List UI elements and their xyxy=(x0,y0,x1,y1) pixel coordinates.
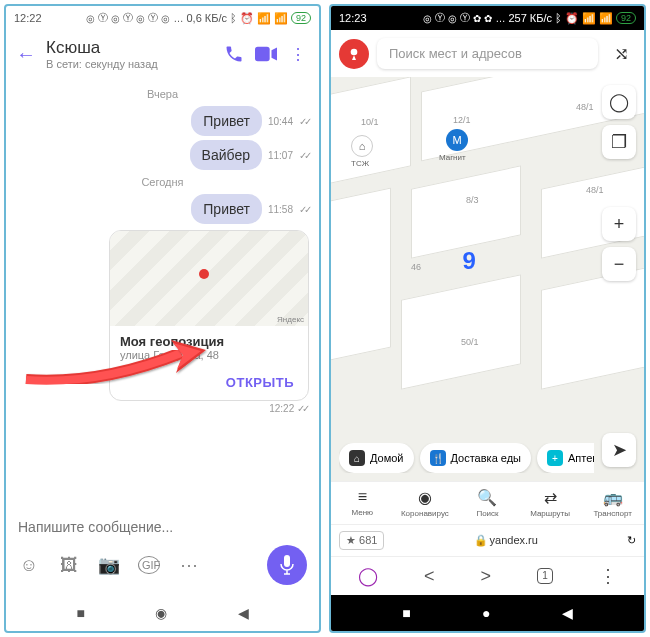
status-bar: 12:22 ◎ Ⓨ ◎ Ⓨ ◎ Ⓨ ◎ … 0,6 КБ/с ᛒ ⏰ 📶 📶 9… xyxy=(6,6,319,30)
svg-point-2 xyxy=(351,48,358,55)
chip-home[interactable]: ⌂Домой xyxy=(339,443,414,473)
recents-icon[interactable]: ■ xyxy=(402,605,410,621)
notif-icon: ◎ xyxy=(423,13,432,24)
tab-menu[interactable]: ≡Меню xyxy=(331,482,394,524)
map-label: 10/1 xyxy=(361,117,379,127)
message-bubble: Вайбер xyxy=(190,140,262,170)
menu-dots-icon[interactable]: ⋮ xyxy=(599,565,617,587)
status-data: 257 КБ/с xyxy=(508,12,552,24)
tab-transport[interactable]: 🚌Транспорт xyxy=(581,482,644,524)
tab-count[interactable]: ★ 681 xyxy=(339,531,384,550)
tab-corona[interactable]: ◉Коронавирус xyxy=(394,482,457,524)
alarm-icon: ⏰ xyxy=(240,12,254,25)
notif-icon: … xyxy=(495,13,505,24)
gif-icon[interactable]: GIF xyxy=(138,556,160,574)
alarm-icon: ⏰ xyxy=(565,12,579,25)
zoom-in-button[interactable]: + xyxy=(602,207,636,241)
android-navbar: ■ ● ◀ xyxy=(331,595,644,631)
route-icon[interactable]: ⤭ xyxy=(606,43,636,65)
message-time: 10:44 xyxy=(268,116,293,127)
camera-icon[interactable]: 📷 xyxy=(98,554,120,576)
message-row[interactable]: Привет 10:44 ✓✓ xyxy=(16,106,309,136)
zoom-out-button[interactable]: − xyxy=(602,247,636,281)
map-attribution: Яндекс xyxy=(277,315,304,324)
poi-label: Магнит xyxy=(439,153,466,162)
annotation-arrow-icon xyxy=(21,335,221,395)
location-cursor-icon: 9 xyxy=(462,247,475,275)
back-icon[interactable]: ◀ xyxy=(562,605,573,621)
notif-icon: ✿ xyxy=(473,13,481,24)
lock-icon: 🔒 xyxy=(474,534,488,546)
more-icon[interactable]: ⋮ xyxy=(287,43,309,65)
routes-icon: ⇄ xyxy=(521,488,580,507)
back-arrow-icon[interactable]: ← xyxy=(16,43,36,66)
message-row[interactable]: Привет 11:58 ✓✓ xyxy=(16,194,309,224)
date-separator: Вчера xyxy=(16,88,309,100)
viber-screenshot: 12:22 ◎ Ⓨ ◎ Ⓨ ◎ Ⓨ ◎ … 0,6 КБ/с ᛒ ⏰ 📶 📶 9… xyxy=(4,4,321,633)
map-label: 46 xyxy=(411,262,421,272)
wifi-icon: 📶 xyxy=(257,12,271,25)
read-checks-icon: ✓✓ xyxy=(299,150,309,161)
map-canvas[interactable]: 10/1 12/1 48/1 ⌂ ТСЖ M Магнит 8/3 48/1 4… xyxy=(331,77,644,481)
read-checks-icon: ✓✓ xyxy=(299,116,309,127)
date-separator: Сегодня xyxy=(16,176,309,188)
more-attach-icon[interactable]: ⋯ xyxy=(178,554,200,576)
corona-icon: ◉ xyxy=(396,488,455,507)
contact-block[interactable]: Ксюша В сети: секунду назад xyxy=(46,38,213,70)
food-icon: 🍴 xyxy=(430,450,446,466)
mic-button[interactable] xyxy=(267,545,307,585)
notif-icon: ◎ xyxy=(86,13,95,24)
message-list[interactable]: Вчера Привет 10:44 ✓✓ Вайбер 11:07 ✓✓ Се… xyxy=(6,78,319,503)
notif-icon: Ⓨ xyxy=(435,11,445,25)
poi-icon[interactable]: M xyxy=(446,129,468,151)
layers-icon[interactable]: ❐ xyxy=(602,125,636,159)
tab-search[interactable]: 🔍Поиск xyxy=(456,482,519,524)
contact-status: В сети: секунду назад xyxy=(46,58,213,70)
message-row[interactable]: Вайбер 11:07 ✓✓ xyxy=(16,140,309,170)
message-input[interactable] xyxy=(18,513,307,541)
notif-icon: Ⓨ xyxy=(148,11,158,25)
url-display[interactable]: 🔒yandex.ru xyxy=(392,534,619,547)
notif-icon: ◎ xyxy=(161,13,170,24)
home-icon[interactable]: ◉ xyxy=(155,605,167,621)
poi-label: ТСЖ xyxy=(351,159,369,168)
chat-header: ← Ксюша В сети: секунду назад ⋮ xyxy=(6,30,319,78)
back-icon[interactable]: ◀ xyxy=(238,605,249,621)
tabs-icon[interactable]: 1 xyxy=(537,568,553,584)
message-time: 11:07 xyxy=(268,150,293,161)
gallery-icon[interactable]: 🖼 xyxy=(58,555,80,576)
reload-icon[interactable]: ↻ xyxy=(627,534,636,547)
location-map-thumb: Яндекс xyxy=(110,231,308,326)
notif-icon: Ⓨ xyxy=(123,11,133,25)
signal-icon: 📶 xyxy=(599,12,613,25)
bluetooth-icon: ᛒ xyxy=(230,12,237,24)
app-pin-icon[interactable] xyxy=(339,39,369,69)
tab-routes[interactable]: ⇄Маршруты xyxy=(519,482,582,524)
quick-chips: ⌂Домой 🍴Доставка еды +Аптек xyxy=(339,443,594,473)
forward-icon[interactable]: > xyxy=(480,566,491,587)
menu-icon: ≡ xyxy=(333,488,392,506)
search-input[interactable]: Поиск мест и адресов xyxy=(377,38,598,69)
poi-icon[interactable]: ⌂ xyxy=(351,135,373,157)
transport-icon: 🚌 xyxy=(583,488,642,507)
call-icon[interactable] xyxy=(223,43,245,65)
map-label: 12/1 xyxy=(453,115,471,125)
signal-icon: 📶 xyxy=(274,12,288,25)
sticker-icon[interactable]: ☺ xyxy=(18,555,40,576)
chip-food[interactable]: 🍴Доставка еды xyxy=(420,443,532,473)
home-icon[interactable]: ● xyxy=(482,605,490,621)
alice-icon[interactable]: ◯ xyxy=(358,565,378,587)
location-time: 12:22 ✓✓ xyxy=(16,403,309,414)
map-label: 8/3 xyxy=(466,195,479,205)
svg-rect-0 xyxy=(255,47,270,62)
recents-icon[interactable]: ■ xyxy=(76,605,84,621)
locate-me-button[interactable]: ➤ xyxy=(602,433,636,467)
chip-pharmacy[interactable]: +Аптек xyxy=(537,443,594,473)
status-time: 12:22 xyxy=(14,12,42,24)
battery-icon: 92 xyxy=(291,12,311,24)
map-label: 50/1 xyxy=(461,337,479,347)
share-icon[interactable]: < xyxy=(424,566,435,587)
compass-icon[interactable]: ◯ xyxy=(602,85,636,119)
composer: ☺ 🖼 📷 GIF ⋯ xyxy=(6,503,319,595)
video-icon[interactable] xyxy=(255,43,277,65)
